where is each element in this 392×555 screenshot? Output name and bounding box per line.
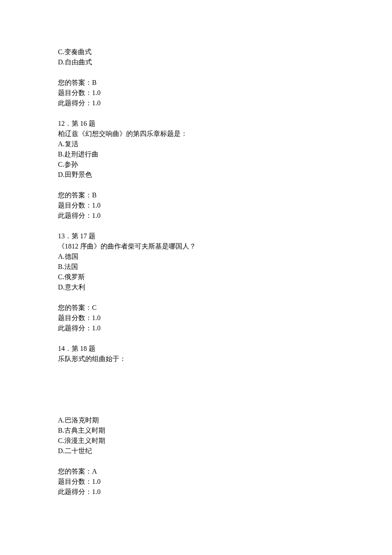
q12-stem: 柏辽兹《幻想交响曲》的第四乐章标题是： [58,129,392,139]
q13-option-a: A.德国 [58,251,392,262]
q14-option-d: D.二十世纪 [58,446,392,456]
q14-answer: 您的答案：A [58,466,392,477]
q12-option-d: D.田野景色 [58,170,392,180]
q13-option-b: B.法国 [58,262,392,272]
q14-got: 此题得分：1.0 [58,487,392,497]
q14-header: 14．第 18 题 [58,344,392,354]
q14-option-b: B.古典主义时期 [58,425,392,436]
q13-header: 13．第 17 题 [58,231,392,241]
q12-option-c: C.参孙 [58,159,392,170]
page-break-gap [58,364,392,415]
q12-header: 12．第 16 题 [58,119,392,129]
q11-option-c: C.变奏曲式 [58,47,392,57]
q14-option-a: A.巴洛克时期 [58,415,392,425]
q11-score: 题目分数：1.0 [58,88,392,98]
q14-stem: 乐队形式的组曲始于： [58,354,392,364]
q13-option-d: D.意大利 [58,282,392,292]
q13-got: 此题得分：1.0 [58,323,392,333]
q12-option-a: A.复活 [58,139,392,149]
q11-answer: 您的答案：B [58,78,392,88]
q11-got: 此题得分：1.0 [58,98,392,108]
q13-score: 题目分数：1.0 [58,313,392,323]
q12-got: 此题得分：1.0 [58,211,392,221]
q14-option-c: C.浪漫主义时期 [58,436,392,446]
q12-answer: 您的答案：B [58,190,392,200]
q13-option-c: C.俄罗斯 [58,272,392,282]
document-page: C.变奏曲式 D.自由曲式 您的答案：B 题目分数：1.0 此题得分：1.0 1… [0,0,392,555]
q11-option-d: D.自由曲式 [58,57,392,67]
q12-score: 题目分数：1.0 [58,200,392,211]
q13-answer: 您的答案：C [58,303,392,313]
q13-stem: 《1812 序曲》的曲作者柴可夫斯基是哪国人？ [58,241,392,251]
q12-option-b: B.赴刑进行曲 [58,149,392,159]
q14-score: 题目分数：1.0 [58,477,392,487]
